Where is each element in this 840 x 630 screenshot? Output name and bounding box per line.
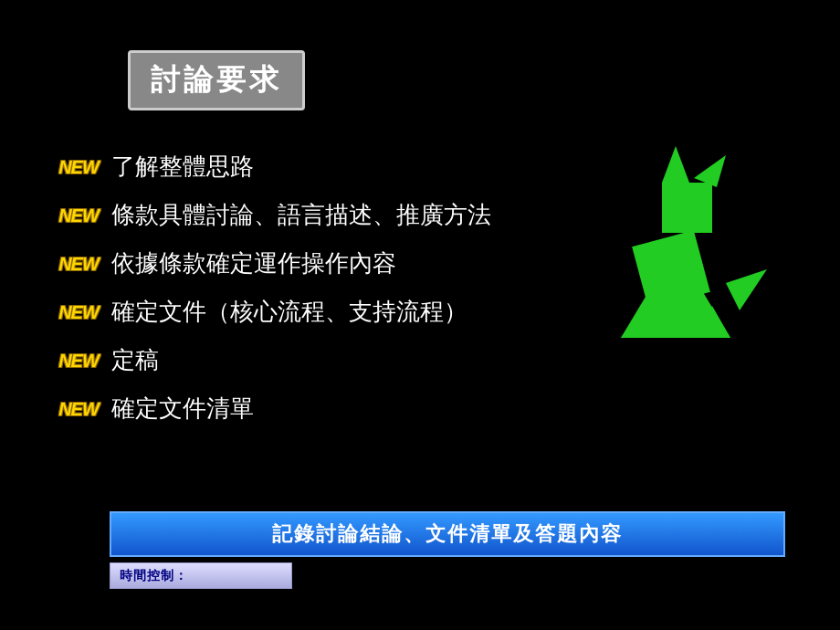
title-box: 討論要求 xyxy=(128,50,305,110)
list-item: NEW條款具體討論、語言描述、推廣方法 xyxy=(55,199,491,231)
svg-marker-7 xyxy=(726,269,767,310)
time-control-bar: 時間控制： xyxy=(110,562,292,589)
new-badge-0: NEW xyxy=(55,158,102,176)
item-text-1: 條款具體討論、語言描述、推廣方法 xyxy=(111,199,491,231)
list-item: NEW定稿 xyxy=(55,344,491,376)
item-text-0: 了解整體思路 xyxy=(111,151,254,183)
bottom-banner: 記錄討論結論、文件清單及答題內容 xyxy=(110,511,785,557)
list-item: NEW依據條款確定運作操作內容 xyxy=(55,247,491,279)
item-text-3: 確定文件（核心流程、支持流程） xyxy=(111,296,467,328)
new-badge-1: NEW xyxy=(55,206,102,225)
tangram-decoration xyxy=(584,128,767,338)
bottom-banner-text: 記錄討論結論、文件清單及答題內容 xyxy=(272,522,623,545)
list-item: NEW確定文件（核心流程、支持流程） xyxy=(55,296,491,328)
list-item: NEW了解整體思路 xyxy=(55,151,491,183)
item-text-2: 依據條款確定運作操作內容 xyxy=(111,247,396,279)
svg-marker-6 xyxy=(694,155,726,187)
bullet-list: NEW了解整體思路NEW條款具體討論、語言描述、推廣方法NEW依據條款確定運作操… xyxy=(55,151,491,425)
svg-marker-4 xyxy=(662,183,712,233)
page-title: 討論要求 xyxy=(151,63,282,96)
item-text-5: 確定文件清單 xyxy=(111,393,254,425)
new-badge-4: NEW xyxy=(55,352,102,370)
new-badge-5: NEW xyxy=(55,400,102,418)
svg-marker-5 xyxy=(662,146,689,183)
new-badge-3: NEW xyxy=(55,303,102,321)
list-item: NEW確定文件清單 xyxy=(55,393,491,425)
new-badge-2: NEW xyxy=(55,255,102,273)
item-text-4: 定稿 xyxy=(111,344,159,376)
time-control-label: 時間控制： xyxy=(120,568,188,583)
